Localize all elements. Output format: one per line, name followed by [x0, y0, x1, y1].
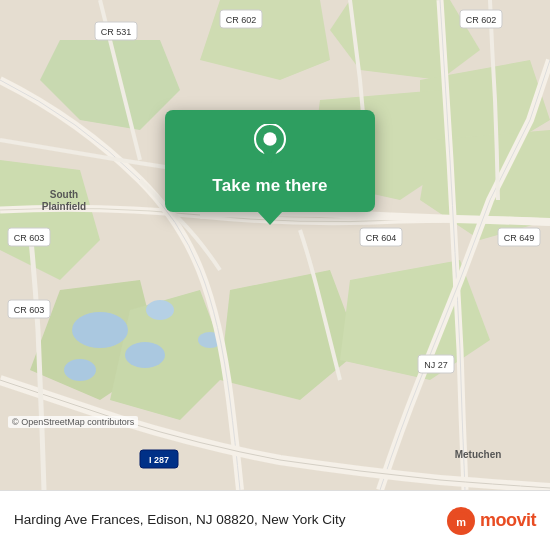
svg-point-16 — [146, 300, 174, 320]
moovit-logo: m moovit — [447, 507, 536, 535]
svg-point-14 — [125, 342, 165, 368]
svg-text:CR 531: CR 531 — [101, 27, 132, 37]
svg-text:CR 602: CR 602 — [466, 15, 497, 25]
moovit-icon: m — [447, 507, 475, 535]
svg-text:Metuchen: Metuchen — [455, 449, 502, 460]
svg-point-15 — [64, 359, 96, 381]
bottom-bar: Harding Ave Frances, Edison, NJ 08820, N… — [0, 490, 550, 550]
attribution-text: © OpenStreetMap contributors — [12, 417, 134, 427]
svg-text:CR 603: CR 603 — [14, 305, 45, 315]
take-me-there-button[interactable]: Take me there — [208, 174, 331, 198]
map-container: CR 531 CR 602 CR 602 CR 603 CR 603 CR 60… — [0, 0, 550, 490]
svg-text:CR 649: CR 649 — [504, 233, 535, 243]
svg-text:CR 602: CR 602 — [226, 15, 257, 25]
location-pin-icon — [250, 124, 290, 164]
svg-point-13 — [72, 312, 128, 348]
osm-attribution: © OpenStreetMap contributors — [8, 416, 138, 428]
svg-text:NJ 27: NJ 27 — [424, 360, 448, 370]
moovit-text: moovit — [480, 510, 536, 531]
svg-point-40 — [263, 132, 276, 145]
svg-text:m: m — [456, 515, 466, 527]
svg-text:South: South — [50, 189, 78, 200]
svg-text:CR 603: CR 603 — [14, 233, 45, 243]
address-text: Harding Ave Frances, Edison, NJ 08820, N… — [14, 511, 345, 530]
svg-text:I 287: I 287 — [149, 455, 169, 465]
svg-text:CR 604: CR 604 — [366, 233, 397, 243]
svg-text:Plainfield: Plainfield — [42, 201, 86, 212]
popup-card: Take me there — [165, 110, 375, 212]
svg-marker-41 — [262, 149, 279, 164]
